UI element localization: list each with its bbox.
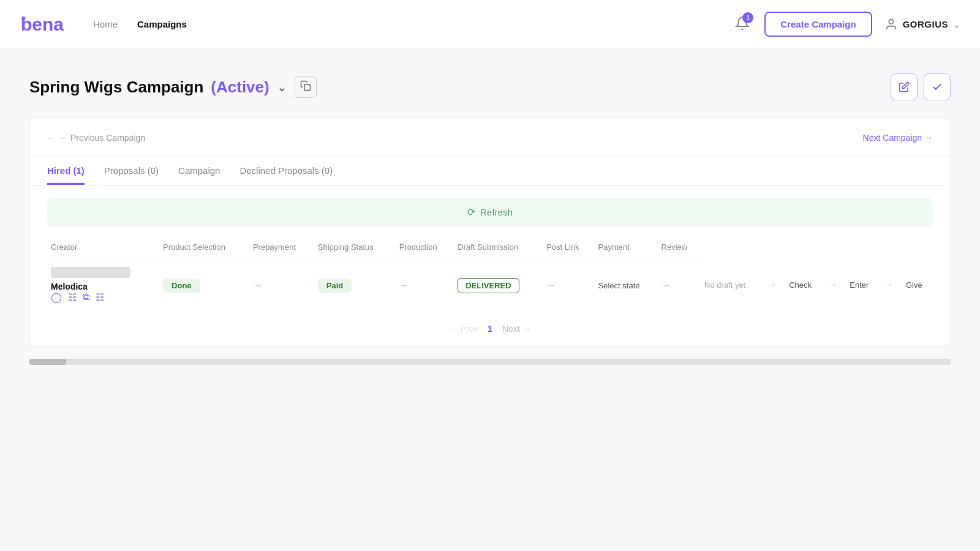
col-creator: Creator <box>47 236 159 258</box>
arrow-4: → <box>658 258 701 312</box>
nav-right: 1 Create Campaign GORGIUS ⌄ <box>733 12 960 37</box>
tabs: Hired (1) Proposals (0) Campaign Decline… <box>30 156 950 186</box>
col-payment: Payment <box>595 236 658 258</box>
list-icon[interactable]: ☷ <box>68 291 77 303</box>
arrow-icon: → <box>767 279 777 290</box>
doc-icon[interactable]: ☷ <box>96 291 104 303</box>
prev-page-button[interactable]: ← Prev <box>449 324 478 334</box>
notification-button[interactable]: 1 <box>733 13 752 35</box>
svg-point-2 <box>889 19 893 23</box>
col-review: Review <box>658 236 701 258</box>
svg-point-1 <box>21 16 26 21</box>
arrow-icon: → <box>399 280 409 290</box>
col-shipping-status: Shipping Status <box>314 236 396 258</box>
page-title-right <box>891 73 951 100</box>
chat-icon[interactable]: ◯ <box>51 291 62 303</box>
arrow-2: → <box>396 258 454 312</box>
prepayment-badge[interactable]: Paid <box>318 279 352 293</box>
col-post-link: Post Link <box>543 236 594 258</box>
draft-label: No draft yet <box>704 280 745 290</box>
nav-links: Home Campaigns <box>93 19 733 29</box>
refresh-button[interactable]: ⟳ Refresh <box>47 198 933 227</box>
page-title-row: Spring Wigs Campaign (Active) ⌄ <box>29 73 951 100</box>
review-cell: Give <box>902 258 933 312</box>
arrow-1: → <box>249 258 314 312</box>
post-link-cell: Check <box>785 258 824 312</box>
col-product-selection: Product Selection <box>159 236 249 258</box>
arrow-5: → <box>763 258 785 312</box>
post-link-action[interactable]: Check <box>789 280 812 290</box>
creator-cell: Melodica ◯ ☷ ⧉ ☷ <box>47 258 159 312</box>
user-icon <box>884 18 898 31</box>
creator-avatar <box>51 267 130 278</box>
creator-name: Melodica <box>51 282 156 291</box>
copy-icon[interactable]: ⧉ <box>83 291 89 303</box>
notif-badge: 1 <box>742 12 753 23</box>
next-campaign-label: Next Campaign → <box>863 133 933 143</box>
campaign-card: ← ← Previous Campaign Next Campaign → Hi… <box>29 118 951 347</box>
nav-campaigns[interactable]: Campaigns <box>137 19 187 29</box>
prepayment-cell: Paid <box>314 258 396 312</box>
prev-arrow-icon: ← <box>47 133 56 143</box>
user-name-label: GORGIUS <box>903 19 948 29</box>
refresh-icon: ⟳ <box>467 206 475 218</box>
tab-declined-proposals[interactable]: Declined Proposals (0) <box>239 165 333 185</box>
next-page-button[interactable]: Next → <box>502 324 531 334</box>
campaign-dropdown-icon[interactable]: ⌄ <box>277 80 287 94</box>
payment-cell: Enter <box>846 258 880 312</box>
arrow-icon: → <box>884 279 894 290</box>
logo: bena <box>20 13 64 36</box>
tab-hired[interactable]: Hired (1) <box>47 165 85 185</box>
review-action[interactable]: Give <box>906 280 922 290</box>
col-draft-submission: Draft Submission <box>454 236 543 258</box>
next-campaign-button[interactable]: Next Campaign → <box>863 133 933 143</box>
edit-button[interactable] <box>891 73 918 100</box>
page-title-left: Spring Wigs Campaign (Active) ⌄ <box>29 76 317 98</box>
campaign-title: Spring Wigs Campaign <box>29 78 203 97</box>
arrow-icon: → <box>827 279 837 290</box>
prev-campaign-button[interactable]: ← ← Previous Campaign <box>47 133 145 143</box>
refresh-label: Refresh <box>480 207 513 217</box>
arrow-3: → <box>543 258 594 312</box>
current-page: 1 <box>488 324 492 334</box>
arrow-icon: → <box>662 280 671 290</box>
arrow-6: → <box>824 258 846 312</box>
campaign-nav-row: ← ← Previous Campaign Next Campaign → <box>30 118 950 156</box>
arrow-7: → <box>880 258 902 312</box>
shipping-cell: DELIVERED <box>454 258 543 312</box>
shipping-badge[interactable]: DELIVERED <box>458 278 519 293</box>
tab-proposals[interactable]: Proposals (0) <box>104 165 159 185</box>
table-wrap: Creator Product Selection Prepayment Shi… <box>30 236 950 312</box>
navbar: bena Home Campaigns 1 Create Campaign GO… <box>0 0 980 49</box>
create-campaign-button[interactable]: Create Campaign <box>764 12 872 37</box>
nav-home[interactable]: Home <box>93 19 118 29</box>
production-select[interactable]: Select state <box>598 281 640 290</box>
hired-table: Creator Product Selection Prepayment Shi… <box>47 236 933 312</box>
prev-campaign-label: ← Previous Campaign <box>59 133 145 143</box>
col-production: Production <box>396 236 454 258</box>
user-chevron-icon: ⌄ <box>953 20 960 29</box>
tab-campaign[interactable]: Campaign <box>178 165 220 185</box>
product-selection-cell: Done <box>159 258 249 312</box>
table-row: Melodica ◯ ☷ ⧉ ☷ Done → <box>47 258 933 312</box>
svg-text:bena: bena <box>21 14 64 34</box>
draft-cell: No draft yet <box>701 258 763 312</box>
confirm-button[interactable] <box>924 73 951 100</box>
main-content: Spring Wigs Campaign (Active) ⌄ <box>0 49 980 389</box>
campaign-status: (Active) <box>211 78 269 97</box>
product-selection-badge[interactable]: Done <box>163 279 200 293</box>
arrow-icon: → <box>546 280 556 290</box>
copy-button[interactable] <box>295 76 317 98</box>
user-area[interactable]: GORGIUS ⌄ <box>884 18 960 31</box>
production-cell: Select state <box>595 258 658 312</box>
col-prepayment: Prepayment <box>249 236 314 258</box>
pagination: ← Prev 1 Next → <box>30 312 950 336</box>
svg-rect-3 <box>304 84 310 91</box>
creator-action-icons: ◯ ☷ ⧉ ☷ <box>51 291 156 303</box>
payment-action[interactable]: Enter <box>850 280 869 290</box>
arrow-icon: → <box>253 280 263 290</box>
